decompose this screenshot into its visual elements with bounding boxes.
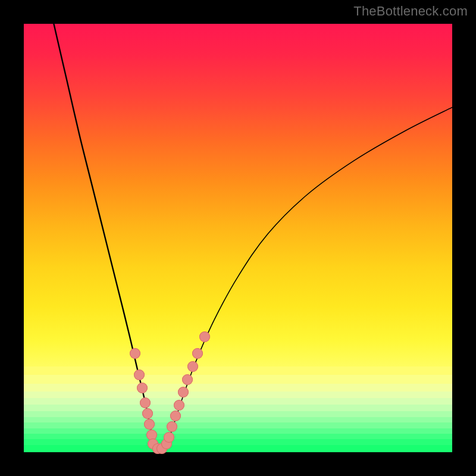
data-point bbox=[134, 369, 145, 380]
plot-area bbox=[24, 24, 452, 452]
watermark-text: TheBottleneck.com bbox=[353, 4, 468, 19]
data-point bbox=[140, 397, 151, 408]
data-point bbox=[164, 432, 174, 443]
data-point bbox=[192, 348, 203, 359]
data-point bbox=[199, 331, 210, 342]
data-point bbox=[178, 387, 189, 397]
data-point bbox=[174, 400, 184, 411]
data-point bbox=[142, 408, 153, 419]
data-point bbox=[137, 383, 148, 393]
data-point bbox=[182, 374, 193, 385]
data-point bbox=[170, 411, 181, 421]
right-curve bbox=[165, 107, 452, 449]
data-point bbox=[130, 348, 140, 359]
chart-stage: TheBottleneck.com bbox=[0, 0, 476, 476]
data-point bbox=[187, 361, 198, 372]
data-point bbox=[167, 421, 177, 432]
curves-layer bbox=[24, 24, 452, 452]
data-point bbox=[144, 419, 155, 430]
